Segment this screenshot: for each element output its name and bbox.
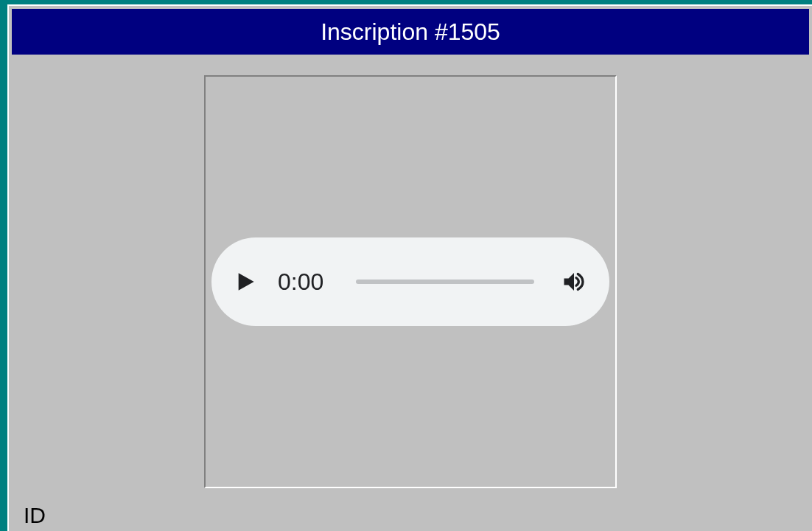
id-label: ID <box>24 503 46 528</box>
progress-slider[interactable] <box>356 280 534 284</box>
title-bar: Inscription #1505 <box>12 9 809 55</box>
volume-button[interactable] <box>561 268 587 295</box>
volume-icon <box>561 268 587 295</box>
media-frame: 0:00 <box>204 75 617 488</box>
audio-player: 0:00 <box>211 237 609 326</box>
window: Inscription #1505 0:00 <box>7 4 812 531</box>
play-icon <box>235 270 256 294</box>
content-area: 0:00 <box>9 58 812 488</box>
current-time: 0:00 <box>278 268 329 296</box>
play-button[interactable] <box>234 270 257 294</box>
window-title: Inscription #1505 <box>321 18 500 46</box>
